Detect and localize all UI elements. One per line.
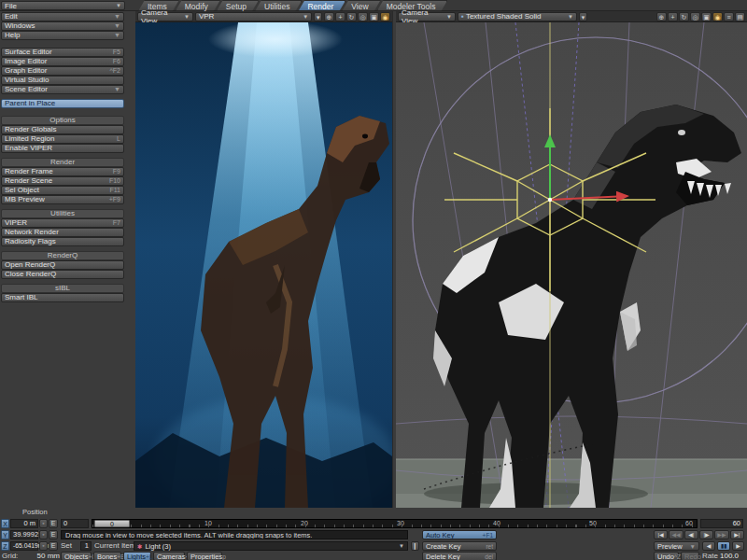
z-envelope-button[interactable]: E	[49, 541, 58, 551]
windows-menu-button[interactable]: Windows▼	[1, 21, 124, 31]
go-to-start-button[interactable]: |◀	[654, 530, 668, 539]
camera-icon[interactable]: ◉	[380, 12, 390, 21]
main-tab-strip: Items Modify Setup Utilities Render View…	[138, 0, 444, 11]
radiosity-flags-button[interactable]: Radiosity Flags	[1, 237, 124, 246]
maximize-icon[interactable]: ▣	[701, 12, 712, 21]
tab-modify[interactable]: Modify	[176, 0, 220, 11]
rotate-icon[interactable]: ↻	[346, 12, 357, 21]
virtual-studio-button[interactable]: Virtual Studio	[1, 76, 124, 85]
lights-button[interactable]: Lights+L	[123, 552, 151, 560]
undo-button[interactable]: Undo^Z	[654, 552, 679, 560]
move-icon[interactable]: +	[668, 12, 678, 21]
y-position-field[interactable]: 39.9992 mm	[10, 530, 38, 539]
frame-slider-handle[interactable]: 0	[94, 520, 130, 527]
vpr-render-viewport[interactable]	[135, 22, 392, 516]
utilities-section-header: Utilities	[1, 209, 124, 218]
help-menu-button[interactable]: Help▼	[1, 31, 124, 40]
left-toolbar: Edit▼ Windows▼ Help▼ Surface EditorF5 Im…	[0, 11, 135, 508]
z-position-field[interactable]: -65.0419mm	[10, 541, 38, 551]
close-renderq-button[interactable]: Close RenderQ	[1, 270, 124, 279]
pan-icon[interactable]: ⊕	[656, 12, 667, 21]
delete-key-button[interactable]: Delete Keydel	[422, 552, 497, 560]
bones-button[interactable]: Bones+B	[93, 552, 121, 560]
zoom-icon[interactable]: ◎	[690, 12, 700, 21]
z-axis-label: Z	[1, 541, 9, 551]
left-viewport-header: Camera View ▼ VPR ▼ ▼ ⊕ + ↻ ◎ ▣ ◉	[135, 11, 392, 22]
tab-render[interactable]: Render	[298, 0, 345, 11]
left-viewport-controls: ⊕ + ↻ ◎ ▣ ◉	[324, 12, 390, 21]
smart-ibl-button[interactable]: Smart IBL	[1, 293, 124, 302]
y-envelope-button[interactable]: E	[49, 530, 58, 539]
current-frame-field[interactable]: 0	[61, 519, 89, 528]
vpr-scene	[135, 22, 392, 516]
step-forward-button[interactable]: |▶	[699, 530, 713, 539]
auto-key-button[interactable]: Auto Key+F1	[422, 530, 497, 539]
right-view-mode-dropdown[interactable]: Camera View ▼	[398, 12, 456, 21]
file-menu-button[interactable]: File ▼	[1, 1, 125, 10]
y-cycle-icon[interactable]: ◦	[39, 530, 48, 539]
render-frame-button[interactable]: Render FrameF9	[1, 167, 124, 176]
rotate-icon[interactable]: ↻	[679, 12, 689, 21]
enable-viper-button[interactable]: Enable VIPER	[1, 144, 124, 153]
left-view-mode-dropdown[interactable]: Camera View ▼	[137, 12, 193, 21]
pan-icon[interactable]: ⊕	[324, 12, 334, 21]
edit-menu-button[interactable]: Edit▼	[1, 12, 124, 21]
viper-button[interactable]: VIPERF7	[1, 218, 124, 228]
tab-setup[interactable]: Setup	[217, 0, 259, 11]
x-envelope-button[interactable]: E	[49, 519, 58, 528]
preview-dropdown[interactable]: Preview▼	[654, 541, 699, 551]
x-position-field[interactable]: 0 m	[10, 519, 38, 528]
set-value-field[interactable]: 1	[80, 541, 92, 551]
preview-prev-button[interactable]: ◀	[702, 541, 715, 551]
left-render-mode-dropdown[interactable]: VPR ▼	[195, 12, 312, 21]
scene-editor-button[interactable]: Scene Editor▼	[1, 85, 124, 94]
properties-button[interactable]: Propertiesp	[187, 552, 222, 560]
network-render-button[interactable]: Network Render	[1, 228, 124, 237]
zoom-icon[interactable]: ◎	[358, 12, 368, 21]
right-viewport-options-button[interactable]: ▼	[579, 12, 587, 21]
opengl-shaded-viewport[interactable]	[396, 22, 747, 516]
objects-button[interactable]: Objects+O	[61, 552, 92, 560]
render-scene-button[interactable]: Render SceneF10	[1, 176, 124, 186]
chevron-down-icon: ▼	[446, 14, 452, 20]
end-frame-field[interactable]: 60	[700, 519, 743, 528]
timeline-ruler[interactable]: 0 10 20 30 40 50 60 0	[92, 519, 698, 528]
limited-region-button[interactable]: Limited RegionL	[1, 134, 124, 144]
image-editor-button[interactable]: Image EditorF6	[1, 57, 124, 66]
right-render-mode-dropdown[interactable]: ▪ Textured Shaded Solid ▼	[458, 12, 577, 21]
go-to-end-button[interactable]: ▶|	[730, 530, 744, 539]
surface-editor-button[interactable]: Surface EditorF5	[1, 48, 124, 57]
shade-icon[interactable]: ▤	[735, 12, 745, 21]
list-icon[interactable]: ≡	[724, 12, 734, 21]
mb-preview-button[interactable]: MB Preview+F9	[1, 195, 124, 204]
preview-pause-button[interactable]: ▮▮	[717, 541, 730, 551]
tab-view[interactable]: View	[342, 0, 380, 11]
item-list-icon[interactable]: ❙	[411, 541, 419, 551]
graph-editor-button[interactable]: Graph Editor^F2	[1, 66, 124, 76]
move-icon[interactable]: +	[335, 12, 345, 21]
set-label: Set	[61, 541, 72, 551]
chevron-down-icon: ▼	[399, 542, 404, 551]
step-back-button[interactable]: ◀|	[684, 530, 698, 539]
z-cycle-icon[interactable]: ◦	[39, 541, 48, 551]
shading-mode-icon: ▪	[461, 12, 464, 21]
bottom-panel: Position X 0 m ◦ E Y 39.9992 mm ◦ E Z -6…	[0, 508, 747, 560]
x-cycle-icon[interactable]: ◦	[39, 519, 48, 528]
left-viewport-options-button[interactable]: ▼	[314, 12, 322, 21]
maximize-icon[interactable]: ▣	[369, 12, 379, 21]
chevron-down-icon: ▼	[114, 13, 120, 20]
tab-utilities[interactable]: Utilities	[255, 0, 302, 11]
prev-keyframe-button[interactable]: ◀◀	[669, 530, 683, 539]
next-keyframe-button[interactable]: ▶▶	[714, 530, 728, 539]
create-key-button[interactable]: Create Keyret	[422, 541, 497, 551]
sel-object-button[interactable]: Sel ObjectF11	[1, 186, 124, 195]
cameras-button[interactable]: Cameras+C	[153, 552, 185, 560]
render-globals-button[interactable]: Render Globals	[1, 125, 124, 134]
preview-play-button[interactable]: ▶	[732, 541, 744, 551]
current-item-dropdown[interactable]: ✱ Light (3) ▼	[134, 541, 408, 551]
opengl-scene	[396, 22, 747, 516]
redo-button[interactable]: Redo	[681, 552, 699, 560]
parent-in-place-button[interactable]: Parent in Place	[1, 99, 124, 108]
camera-icon[interactable]: ◉	[712, 12, 723, 21]
open-renderq-button[interactable]: Open RenderQ	[1, 260, 124, 270]
